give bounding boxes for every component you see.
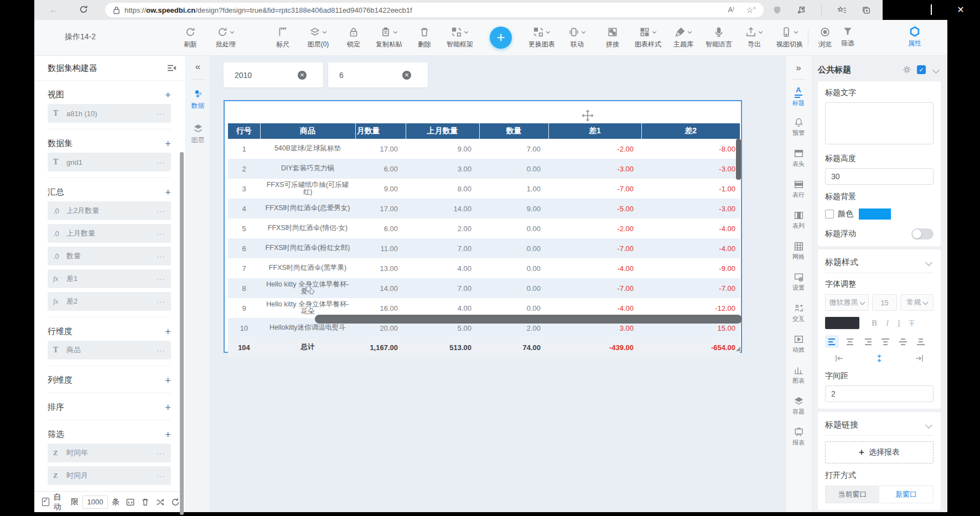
font-color-swatch[interactable]	[825, 317, 859, 329]
align-right-icon[interactable]	[860, 335, 874, 348]
props-tab-interact[interactable]: 交互	[786, 303, 811, 331]
table-widget[interactable]: 行号商品月数量上月数量数量差1差21540B篮球/足球鼠标垫17.009.007…	[224, 100, 742, 353]
defender-shield-icon[interactable]	[773, 6, 781, 14]
gear-icon[interactable]	[903, 65, 911, 74]
table-horizontal-scrollbar[interactable]	[315, 315, 742, 324]
bg-color-checkbox[interactable]	[825, 210, 834, 218]
add-field-icon[interactable]: +	[165, 402, 171, 413]
read-aloud-icon[interactable]: A)	[728, 6, 734, 14]
toolbar-splice-button[interactable]: 拼接	[597, 26, 629, 49]
underline-button[interactable]: I	[898, 319, 900, 328]
open-mode-current-window[interactable]: 当前窗口	[826, 486, 879, 503]
add-chart-button[interactable]: +	[490, 27, 512, 49]
collapse-sidebar-icon[interactable]: «	[195, 61, 200, 72]
field-more-icon[interactable]: ···	[157, 275, 165, 283]
refresh-data-icon[interactable]	[171, 498, 180, 507]
clear-trash-icon[interactable]	[141, 498, 149, 507]
column-header[interactable]: 商品	[260, 123, 355, 139]
table-row[interactable]: 2DIY套装巧克力锅6.003.000.00-3.00-3.00	[228, 159, 740, 179]
toolbar-export-button[interactable]: 导出	[738, 26, 770, 49]
toolbar-browse-button[interactable]: 浏览	[809, 26, 841, 49]
field-item-time-month[interactable]: Z时间月···	[48, 466, 171, 485]
field-more-icon[interactable]: ···	[157, 252, 165, 260]
extensions-icon[interactable]	[797, 6, 806, 14]
chevron-down-icon[interactable]	[932, 66, 940, 74]
field-item-diff1[interactable]: fx差1···	[48, 269, 171, 288]
field-item-qty[interactable]: .0数量···	[48, 247, 171, 265]
chevron-down-icon[interactable]	[925, 259, 932, 266]
table-row[interactable]: 1540B篮球/足球鼠标垫17.009.007.00-2.00-8.00	[228, 139, 740, 159]
field-more-icon[interactable]: ···	[157, 449, 165, 457]
add-field-icon[interactable]: +	[165, 90, 171, 100]
font-size-input[interactable]: 15	[872, 294, 897, 311]
column-header[interactable]: 差2	[641, 123, 740, 139]
add-field-icon[interactable]: +	[165, 187, 171, 197]
favorite-add-icon[interactable]: ☆+	[746, 6, 756, 14]
design-canvas[interactable]: 2010✕6✕ 行号商品月数量上月数量数量差1差21540B篮球/足球鼠标垫17…	[210, 56, 785, 512]
table-row[interactable]: 5FFXS时尚红酒伞(情侣-女)6.002.000.00-2.00-4.00	[228, 218, 740, 238]
align-center-icon[interactable]	[843, 335, 857, 348]
align-left-edge-icon[interactable]	[834, 353, 845, 363]
props-tab-table-row[interactable]: 表行	[786, 179, 811, 207]
filter-chip-month[interactable]: 6✕	[328, 62, 428, 87]
favorites-bar-icon[interactable]	[837, 6, 847, 14]
toolbar-lock-button[interactable]: 锁定	[338, 26, 370, 49]
toolbar-theme-lib-button[interactable]: 主题库	[667, 26, 699, 49]
table-vertical-scrollbar[interactable]	[736, 139, 741, 180]
font-weight-select[interactable]: 常规	[900, 294, 934, 311]
font-family-select[interactable]: 微软雅黑	[825, 294, 869, 311]
column-header[interactable]: 数量	[479, 123, 548, 139]
window-close-button[interactable]: ✕	[955, 6, 967, 14]
chip-close-icon[interactable]: ✕	[298, 71, 307, 80]
column-header[interactable]: 上月数量	[406, 123, 479, 139]
side-tab-data[interactable]: 数据	[191, 88, 205, 111]
sql-view-icon[interactable]	[126, 498, 135, 507]
props-tab-motion[interactable]: 动效	[786, 334, 811, 362]
bg-color-swatch[interactable]	[859, 209, 891, 220]
chip-close-icon[interactable]: ✕	[402, 71, 411, 80]
field-more-icon[interactable]: ···	[157, 298, 165, 306]
widget-resize-handle[interactable]	[736, 347, 740, 351]
column-header[interactable]: 月数量	[355, 123, 406, 139]
align-bottom-icon[interactable]	[914, 335, 927, 348]
title-height-input[interactable]	[825, 168, 934, 185]
filter-chip-year[interactable]: 2010✕	[224, 62, 323, 87]
field-item-time-year[interactable]: Z时间年···	[48, 444, 171, 462]
title-enabled-checkbox[interactable]: ✓	[917, 65, 926, 74]
props-tab-title[interactable]: A标题	[786, 86, 811, 114]
field-more-icon[interactable]: ···	[157, 158, 165, 166]
toolbar-chart-style-button[interactable]: 图表样式	[632, 26, 664, 49]
compress-vertical-icon[interactable]	[874, 353, 885, 363]
expand-panel-icon[interactable]: »	[796, 62, 801, 74]
select-report-button[interactable]: + 选择报表	[825, 441, 934, 463]
toolbar-delete-button[interactable]: 删除	[408, 26, 440, 49]
field-more-icon[interactable]: ···	[157, 207, 165, 215]
field-more-icon[interactable]: ···	[157, 230, 165, 238]
limit-input[interactable]	[82, 496, 108, 509]
sidebar-scrollbar[interactable]	[180, 152, 184, 515]
table-row[interactable]: 8Hello kitty 全身立体早餐杯-爱心14.007.000.00-7.0…	[228, 278, 740, 298]
toolbar-layers-button[interactable]: 图层(0)	[302, 26, 334, 49]
field-item-grid1[interactable]: Tgrid1···	[48, 153, 171, 171]
toolbar-batch-button[interactable]: 批处理	[210, 26, 242, 49]
bold-button[interactable]: B	[872, 319, 877, 328]
field-item-diff2[interactable]: fx差2···	[48, 292, 171, 311]
letter-spacing-input[interactable]	[825, 385, 934, 402]
collections-icon[interactable]	[862, 6, 871, 14]
field-more-icon[interactable]: ···	[157, 472, 165, 480]
back-icon[interactable]: ←	[49, 4, 59, 15]
table-row[interactable]: 4FFXS时尚红酒伞(恋爱男女)17.0014.009.00-5.00-3.00	[228, 199, 740, 218]
add-field-icon[interactable]: +	[165, 429, 171, 440]
props-tab-grid[interactable]: 网格	[786, 241, 811, 269]
toolbar-linkage-button[interactable]: 联动	[561, 26, 593, 49]
add-field-icon[interactable]: +	[165, 138, 171, 149]
table-row[interactable]: 6FFXS时尚红酒伞(粉红女郎)11.007.000.00-7.00-4.00	[228, 238, 740, 258]
props-tab-table-col[interactable]: 表列	[786, 210, 811, 238]
strikethrough-button[interactable]: T	[909, 319, 914, 328]
field-item-qty-last-month[interactable]: .0上月数量···	[48, 224, 171, 243]
align-right-edge-icon[interactable]	[914, 353, 925, 363]
toolbar-properties-button[interactable]: 属性	[908, 26, 921, 48]
window-minimize-button[interactable]	[896, 5, 908, 15]
table-row[interactable]: 3FFXS可乐罐纸巾抽(可乐罐红)9.008.001.00-7.00-1.00	[228, 179, 740, 199]
field-more-icon[interactable]: ···	[157, 346, 165, 355]
